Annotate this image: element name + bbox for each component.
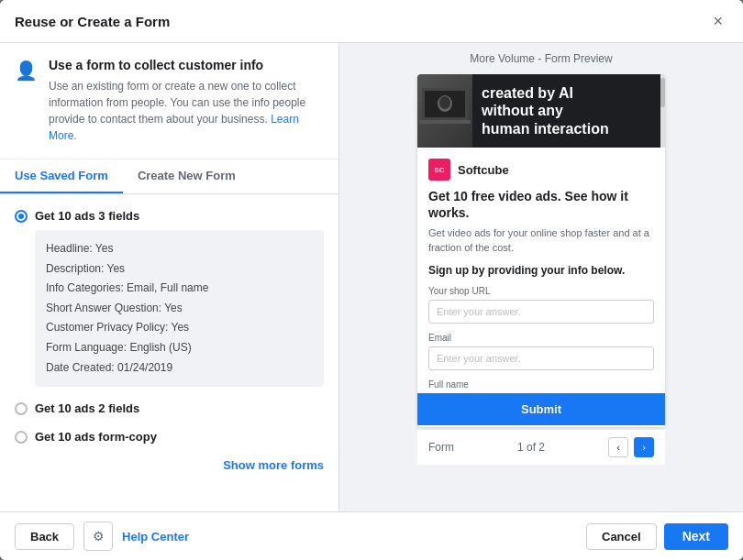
field2-label: Email bbox=[428, 333, 654, 343]
back-button[interactable]: Back bbox=[15, 523, 74, 550]
preview-headline-1: created by AI bbox=[482, 84, 656, 102]
detail-description: Description: Yes bbox=[46, 259, 313, 280]
field1-label: Your shop URL bbox=[428, 286, 654, 296]
right-panel: More Volume - Form Preview bbox=[339, 43, 743, 511]
modal: Reuse or Create a Form × 👤 Use a form to… bbox=[0, 0, 743, 560]
footer-left: Back ⚙ Help Center bbox=[15, 522, 189, 551]
preview-header: More Volume - Form Preview bbox=[339, 43, 743, 74]
svg-point-4 bbox=[439, 96, 450, 109]
info-heading: Use a form to collect customer info bbox=[49, 58, 324, 72]
info-description: Use an existing form or create a new one… bbox=[49, 78, 324, 144]
brand-logo: SC bbox=[428, 159, 450, 181]
preview-cta: Sign up by providing your info below. bbox=[428, 264, 654, 277]
preview-submit-button[interactable]: Submit bbox=[417, 393, 665, 425]
preview-image-left bbox=[417, 74, 472, 148]
svg-rect-2 bbox=[419, 120, 471, 124]
modal-footer: Back ⚙ Help Center Cancel Next bbox=[0, 511, 743, 560]
detail-short-answer: Short Answer Question: Yes bbox=[46, 299, 313, 319]
forms-list: Get 10 ads 3 fields Headline: Yes Descri… bbox=[0, 194, 338, 511]
close-button[interactable]: × bbox=[707, 11, 728, 31]
tab-use-saved-form[interactable]: Use Saved Form bbox=[0, 159, 123, 193]
detail-headline: Headline: Yes bbox=[46, 239, 313, 259]
tab-create-new-form[interactable]: Create New Form bbox=[123, 159, 250, 193]
show-more-link[interactable]: Show more forms bbox=[223, 458, 324, 472]
field1-input: Enter your answer. bbox=[428, 300, 654, 324]
preview-subtitle: Get video ads for your online shop faste… bbox=[428, 226, 654, 255]
list-item[interactable]: Get 10 ads 2 fields bbox=[0, 394, 338, 423]
person-icon: 👤 bbox=[15, 60, 38, 144]
nav-prev-button[interactable]: ‹ bbox=[608, 437, 628, 457]
detail-language: Form Language: English (US) bbox=[46, 338, 313, 358]
form-name: Get 10 ads 2 fields bbox=[35, 401, 139, 415]
next-button[interactable]: Next bbox=[664, 523, 728, 550]
scrollbar bbox=[660, 74, 665, 148]
radio-button[interactable] bbox=[15, 431, 28, 444]
preview-nav: Form 1 of 2 ‹ › bbox=[417, 429, 665, 465]
form-name: Get 10 ads form-copy bbox=[35, 430, 157, 444]
help-center-link[interactable]: Help Center bbox=[122, 530, 189, 544]
preview-form-body: SC Softcube Get 10 free video ads. See h… bbox=[417, 148, 665, 427]
list-item[interactable]: Get 10 ads 3 fields Headline: Yes Descri… bbox=[0, 202, 338, 394]
form-details: Headline: Yes Description: Yes Info Cate… bbox=[35, 230, 324, 387]
modal-overlay: Reuse or Create a Form × 👤 Use a form to… bbox=[0, 0, 743, 560]
preview-image-area: created by AI without any human interact… bbox=[417, 74, 665, 148]
modal-title: Reuse or Create a Form bbox=[15, 14, 170, 29]
modal-body: 👤 Use a form to collect customer info Us… bbox=[0, 43, 743, 511]
radio-button[interactable] bbox=[15, 402, 28, 415]
detail-info-categories: Info Categories: Email, Full name bbox=[46, 279, 313, 299]
nav-next-button[interactable]: › bbox=[634, 437, 654, 457]
preview-headline-3: human interaction bbox=[482, 120, 656, 137]
left-panel: 👤 Use a form to collect customer info Us… bbox=[0, 43, 339, 511]
info-section: 👤 Use a form to collect customer info Us… bbox=[0, 43, 338, 159]
preview-headline-2: without any bbox=[482, 102, 656, 119]
tabs-bar: Use Saved Form Create New Form bbox=[0, 159, 338, 194]
nav-page-indicator: 1 of 2 bbox=[517, 441, 545, 454]
field2-input: Enter your answer. bbox=[428, 346, 654, 370]
field3-label: Full name bbox=[428, 379, 654, 390]
list-item[interactable]: Get 10 ads form-copy bbox=[0, 423, 338, 451]
footer-right: Cancel Next bbox=[586, 523, 728, 550]
preview-wrapper: created by AI without any human interact… bbox=[354, 74, 728, 465]
detail-privacy-policy: Customer Privacy Policy: Yes bbox=[46, 318, 313, 338]
cancel-button[interactable]: Cancel bbox=[586, 523, 657, 550]
detail-date-created: Date Created: 01/24/2019 bbox=[46, 358, 313, 379]
preview-form-title: Get 10 free video ads. See how it works. bbox=[428, 188, 654, 221]
form-preview-card: created by AI without any human interact… bbox=[417, 74, 665, 427]
radio-button[interactable] bbox=[15, 210, 28, 223]
show-more-section: Show more forms bbox=[0, 451, 338, 479]
settings-button[interactable]: ⚙ bbox=[83, 522, 113, 551]
modal-header: Reuse or Create a Form × bbox=[0, 0, 743, 43]
brand-name: Softcube bbox=[458, 163, 509, 177]
nav-form-label: Form bbox=[428, 441, 454, 454]
preview-content: created by AI without any human interact… bbox=[339, 74, 743, 511]
form-name: Get 10 ads 3 fields bbox=[35, 209, 139, 223]
gear-icon: ⚙ bbox=[93, 529, 105, 544]
